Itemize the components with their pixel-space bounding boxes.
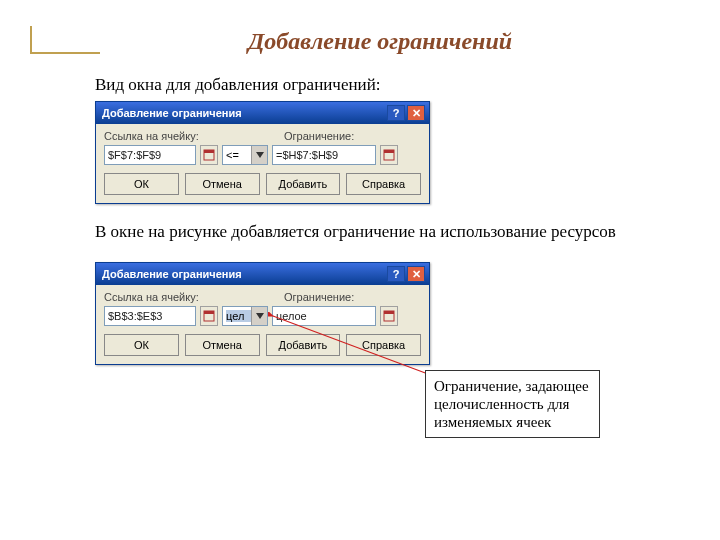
dialog-body: Ссылка на ячейку: Ограничение: <= ОК Отм… [96, 124, 429, 203]
operator-value: цел [226, 310, 251, 322]
cell-ref-label: Ссылка на ячейку: [104, 130, 234, 142]
constraint-input[interactable] [272, 306, 376, 326]
help-button[interactable]: Справка [346, 173, 421, 195]
svg-rect-7 [384, 311, 394, 314]
titlebar[interactable]: Добавление ограничения ? ✕ [96, 102, 429, 124]
range-picker-icon[interactable] [380, 145, 398, 165]
add-button[interactable]: Добавить [266, 173, 341, 195]
operator-select[interactable]: цел [222, 306, 268, 326]
callout-box: Ограничение, задающее целочисленность дл… [425, 370, 600, 438]
help-icon[interactable]: ? [387, 105, 405, 121]
cell-ref-input[interactable] [104, 145, 196, 165]
chevron-down-icon [251, 307, 267, 325]
operator-select[interactable]: <= [222, 145, 268, 165]
titlebar[interactable]: Добавление ограничения ? ✕ [96, 263, 429, 285]
decorative-bracket [30, 26, 100, 54]
cancel-button[interactable]: Отмена [185, 334, 260, 356]
intro-text-2: В окне на рисунке добавляется ограничени… [95, 222, 720, 242]
operator-value: <= [226, 149, 251, 161]
page-title: Добавление ограничений [40, 0, 720, 55]
cancel-button[interactable]: Отмена [185, 173, 260, 195]
svg-rect-1 [204, 150, 214, 153]
range-picker-icon[interactable] [380, 306, 398, 326]
chevron-down-icon [251, 146, 267, 164]
ok-button[interactable]: ОК [104, 173, 179, 195]
range-picker-icon[interactable] [200, 306, 218, 326]
add-button[interactable]: Добавить [266, 334, 341, 356]
cell-ref-input[interactable] [104, 306, 196, 326]
dialog-title: Добавление ограничения [102, 107, 385, 119]
intro-text-1: Вид окна для добавления ограничений: [95, 75, 720, 95]
constraint-label: Ограничение: [284, 130, 354, 142]
close-icon[interactable]: ✕ [407, 105, 425, 121]
help-icon[interactable]: ? [387, 266, 405, 282]
cell-ref-label: Ссылка на ячейку: [104, 291, 234, 303]
close-icon[interactable]: ✕ [407, 266, 425, 282]
add-constraint-dialog-1: Добавление ограничения ? ✕ Ссылка на яче… [95, 101, 430, 204]
range-picker-icon[interactable] [200, 145, 218, 165]
constraint-label: Ограничение: [284, 291, 354, 303]
dialog-body: Ссылка на ячейку: Ограничение: цел ОК От… [96, 285, 429, 364]
svg-rect-3 [384, 150, 394, 153]
add-constraint-dialog-2: Добавление ограничения ? ✕ Ссылка на яче… [95, 262, 430, 365]
svg-rect-5 [204, 311, 214, 314]
dialog-title: Добавление ограничения [102, 268, 385, 280]
constraint-input[interactable] [272, 145, 376, 165]
ok-button[interactable]: ОК [104, 334, 179, 356]
help-button[interactable]: Справка [346, 334, 421, 356]
